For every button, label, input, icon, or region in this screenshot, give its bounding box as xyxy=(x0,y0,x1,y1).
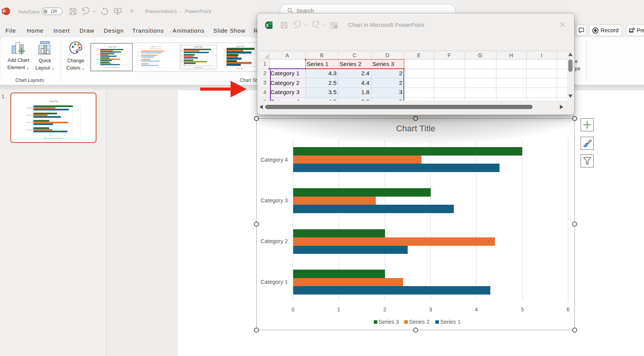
svg-text:■ Series 3 ■ Series 2 ■ Seri: ■ Series 3 ■ Series 2 ■ Series 1 xyxy=(44,137,63,139)
svg-text:cat 2: cat 2 xyxy=(180,55,183,56)
svg-text:■ s ■ s ■ s: ■ s ■ s ■ s xyxy=(237,68,243,69)
svg-text:■ Series ■ Series ■ Series: ■ Series ■ Series ■ Series xyxy=(105,67,120,68)
svg-text:cat 3: cat 3 xyxy=(137,55,140,57)
svg-text:cat 3: cat 3 xyxy=(96,54,99,55)
svg-text:cat 1: cat 1 xyxy=(180,60,183,62)
svg-text:Series Series Series: Series Series Series xyxy=(150,48,162,50)
svg-text:0: 0 xyxy=(33,135,34,136)
svg-text:cat 4: cat 4 xyxy=(137,51,140,53)
svg-text:Chart Title: Chart Title xyxy=(108,46,116,48)
svg-text:CHART TITLE: CHART TITLE xyxy=(151,46,161,48)
svg-text:Chart Title: Chart Title xyxy=(50,101,58,103)
svg-text:cat 2: cat 2 xyxy=(137,60,140,61)
svg-text:cat 2: cat 2 xyxy=(223,55,226,56)
svg-text:5: 5 xyxy=(72,135,73,136)
svg-text:Category 1: Category 1 xyxy=(26,129,33,131)
svg-text:2: 2 xyxy=(49,135,50,136)
svg-text:4: 4 xyxy=(65,135,65,136)
svg-text:cat 3: cat 3 xyxy=(223,48,226,50)
svg-text:Category 3: Category 3 xyxy=(26,114,33,116)
svg-text:cat 1: cat 1 xyxy=(223,61,226,63)
svg-text:x: x xyxy=(335,25,337,28)
svg-text:cat 1: cat 1 xyxy=(96,62,99,64)
svg-text:Category 2: Category 2 xyxy=(26,122,33,123)
svg-text:P: P xyxy=(3,9,6,14)
svg-text:■ se ■ se ■ se: ■ se ■ se ■ se xyxy=(194,67,202,68)
svg-text:cat 4: cat 4 xyxy=(96,50,99,51)
svg-text:1: 1 xyxy=(41,135,41,136)
svg-text:cat 1: cat 1 xyxy=(137,64,140,65)
svg-text:cat 2: cat 2 xyxy=(96,58,99,60)
svg-text:Chart Title: Chart Title xyxy=(194,46,202,48)
svg-text:6: 6 xyxy=(80,135,81,136)
svg-text:cat 3: cat 3 xyxy=(180,50,183,51)
svg-text:Chart Title: Chart Title xyxy=(236,46,244,48)
svg-text:Category 4: Category 4 xyxy=(26,107,33,109)
svg-text:X: X xyxy=(266,23,269,28)
svg-text:3: 3 xyxy=(56,135,57,136)
